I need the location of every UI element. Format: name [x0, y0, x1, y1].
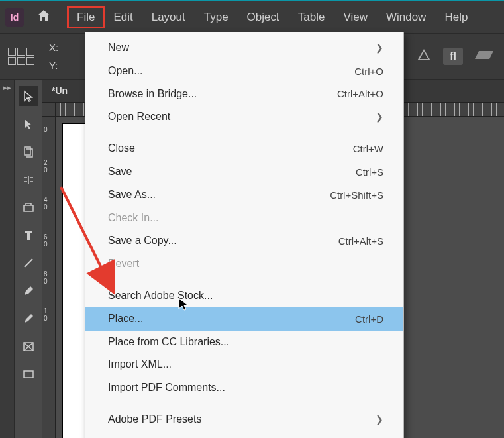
menu-separator [88, 133, 401, 133]
menu-item-save[interactable]: Save Ctrl+S [85, 160, 403, 184]
menu-table[interactable]: Table [289, 7, 334, 28]
ruler-tick: 0 [44, 126, 48, 133]
menu-separator [88, 404, 401, 404]
menu-item-close[interactable]: Close Ctrl+W [85, 137, 403, 160]
menu-item-label: Open... [108, 63, 142, 80]
menu-item-label: Open Recent [108, 109, 170, 125]
menu-item-label: Adobe PDF Presets [108, 411, 201, 428]
vertical-ruler[interactable]: 0 2 0 4 0 6 0 8 0 1 0 [42, 117, 56, 438]
menu-item-open[interactable]: Open... Ctrl+O [85, 60, 403, 83]
menu-item-revert: Revert [85, 252, 403, 276]
svg-rect-3 [24, 371, 33, 378]
home-icon[interactable] [36, 8, 52, 27]
reference-point-icon[interactable] [8, 48, 34, 65]
menu-item-label: Close [108, 140, 135, 157]
xy-labels: X: Y: [49, 38, 58, 74]
tool-panel [15, 80, 42, 438]
menu-item-open-recent[interactable]: Open Recent ❯ [85, 105, 403, 129]
ruler-tick: 6 0 [44, 233, 48, 248]
fl-button[interactable]: fl [443, 48, 463, 65]
menu-item-label: Export... [108, 435, 148, 438]
menu-item-shortcut: Ctrl+Alt+S [338, 233, 383, 248]
menu-item-label: New [108, 40, 129, 56]
menu-view[interactable]: View [334, 7, 377, 28]
pencil-tool[interactable] [19, 309, 38, 329]
selection-tool[interactable] [19, 86, 38, 106]
pen-tool[interactable] [19, 281, 38, 301]
direct-selection-tool[interactable] [19, 114, 38, 134]
rectangle-tool[interactable] [19, 364, 38, 384]
ruler-tick: 2 0 [44, 159, 48, 174]
menu-item-new[interactable]: New ❯ [85, 36, 403, 60]
gap-tool[interactable] [19, 170, 38, 190]
menu-item-place[interactable]: Place... Ctrl+D [85, 307, 403, 331]
menu-item-export[interactable]: Export... Ctrl+E [85, 431, 403, 438]
menu-item-shortcut: Ctrl+S [356, 164, 383, 180]
menu-separator [88, 280, 401, 280]
menu-item-shortcut: Ctrl+D [355, 311, 383, 327]
type-tool[interactable] [19, 225, 38, 245]
menu-item-search-stock[interactable]: Search Adobe Stock... [85, 284, 403, 307]
menu-item-save-copy[interactable]: Save a Copy... Ctrl+Alt+S [85, 229, 403, 252]
menu-bar: Id File Edit Layout Type Object Table Vi… [0, 0, 504, 33]
submenu-arrow-icon: ❯ [376, 413, 383, 427]
menu-edit[interactable]: Edit [104, 7, 142, 28]
submenu-arrow-icon: ❯ [376, 110, 383, 125]
menu-item-label: Save a Copy... [108, 233, 177, 249]
menu-item-shortcut: Ctrl+E [356, 435, 383, 438]
menu-item-shortcut: Ctrl+Shift+S [330, 188, 383, 203]
menu-item-check-in: Check In... [85, 207, 403, 230]
menu-item-pdf-presets[interactable]: Adobe PDF Presets ❯ [85, 408, 403, 431]
svg-rect-0 [25, 147, 30, 155]
app-icon: Id [5, 8, 24, 27]
ruler-tick: 8 0 [44, 270, 48, 285]
menu-item-shortcut: Ctrl+Alt+O [337, 86, 383, 101]
content-collector-tool[interactable] [19, 197, 38, 217]
menu-item-label: Import XML... [108, 356, 172, 373]
menu-layout[interactable]: Layout [142, 7, 195, 28]
menu-item-shortcut: Ctrl+W [353, 141, 383, 156]
svg-rect-1 [24, 205, 33, 211]
menu-item-label: Save As... [108, 187, 156, 203]
menu-item-label: Check In... [108, 210, 158, 227]
menu-item-label: Browse in Bridge... [108, 86, 197, 103]
menu-item-shortcut: Ctrl+O [354, 64, 383, 79]
menu-item-label: Search Adobe Stock... [108, 288, 213, 304]
menu-item-label: Import PDF Comments... [108, 380, 225, 396]
page-tool[interactable] [19, 142, 38, 162]
menu-item-browse-bridge[interactable]: Browse in Bridge... Ctrl+Alt+O [85, 83, 403, 106]
menu-help[interactable]: Help [435, 7, 477, 28]
submenu-arrow-icon: ❯ [376, 41, 383, 56]
menu-item-label: Save [108, 164, 132, 180]
x-label: X: [49, 38, 58, 56]
menu-type[interactable]: Type [195, 7, 238, 28]
file-menu-dropdown: New ❯ Open... Ctrl+O Browse in Bridge...… [85, 32, 404, 438]
menu-item-import-xml[interactable]: Import XML... [85, 353, 403, 376]
menu-item-save-as[interactable]: Save As... Ctrl+Shift+S [85, 184, 403, 207]
ruler-tick: 4 0 [44, 196, 48, 211]
menu-window[interactable]: Window [377, 7, 435, 28]
menu-item-import-pdf-comments[interactable]: Import PDF Comments... [85, 376, 403, 400]
sidebar-toggle[interactable]: ▸▸ [0, 80, 15, 438]
triangle-icon[interactable] [417, 48, 431, 65]
line-tool[interactable] [19, 253, 38, 273]
ruler-origin[interactable] [42, 103, 56, 117]
rectangle-frame-tool[interactable] [19, 337, 38, 356]
ruler-tick: 1 0 [44, 307, 48, 322]
menu-item-place-cc[interactable]: Place from CC Libraries... [85, 331, 403, 354]
menu-item-label: Revert [108, 256, 139, 272]
menu-object[interactable]: Object [238, 7, 289, 28]
y-label: Y: [49, 56, 58, 74]
menu-item-label: Place... [108, 311, 143, 327]
parallelogram-icon[interactable] [475, 48, 495, 64]
menu-file[interactable]: File [68, 7, 104, 28]
main-menu: File Edit Layout Type Object Table View … [68, 7, 477, 28]
menu-item-label: Place from CC Libraries... [108, 334, 229, 351]
